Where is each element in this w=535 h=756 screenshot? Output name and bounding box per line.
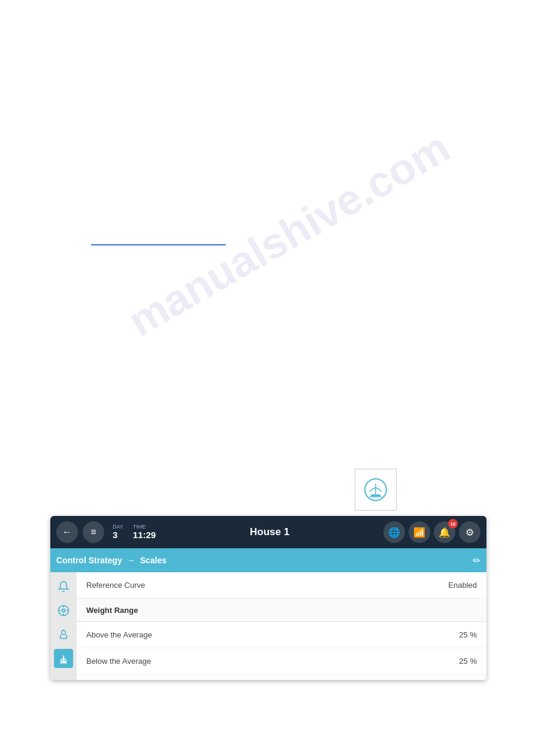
reference-curve-value: Enabled (448, 581, 477, 590)
below-average-row: Below the Average 25 % (77, 648, 486, 675)
below-average-label: Below the Average (86, 657, 459, 666)
blue-underline (91, 244, 226, 245)
sidebar-item-fan[interactable] (54, 601, 73, 620)
svg-rect-11 (62, 661, 66, 663)
house-title: House 1 (156, 526, 383, 538)
time-block: TIME 11:29 (133, 524, 156, 541)
above-average-value: 25 % (459, 630, 477, 639)
day-label: DAY (113, 524, 123, 530)
left-sidebar (50, 572, 77, 680)
scale-icon (364, 478, 388, 502)
above-average-label: Above the Average (86, 630, 459, 639)
wifi-button[interactable]: 📶 (409, 521, 430, 543)
top-bar: ← ≡ DAY 3 TIME 11:29 House 1 🌐 📶 🔔 (50, 516, 486, 548)
above-average-row: Above the Average 25 % (77, 622, 486, 648)
globe-button[interactable]: 🌐 (383, 521, 405, 543)
sidebar-item-scale[interactable] (54, 649, 73, 668)
back-icon: ← (62, 527, 72, 538)
breadcrumb-current: Control Strategy (56, 555, 122, 565)
content-area: Reference Curve Enabled Weight Range Abo… (50, 572, 486, 680)
sidebar-item-chicken[interactable] (54, 625, 73, 644)
day-block: DAY 3 (113, 524, 123, 541)
time-label: TIME (133, 524, 156, 530)
globe-icon: 🌐 (388, 527, 400, 538)
reference-curve-row: Reference Curve Enabled (77, 572, 486, 599)
reference-curve-label: Reference Curve (86, 581, 448, 590)
bell-icon: 🔔 (439, 527, 451, 538)
breadcrumb-bar: Control Strategy → Scales ✏ (50, 548, 486, 572)
weight-range-section: Weight Range (77, 599, 486, 622)
edit-button[interactable]: ✏ (473, 555, 480, 566)
main-content: Reference Curve Enabled Weight Range Abo… (77, 572, 486, 680)
notification-button[interactable]: 🔔 16 (434, 521, 455, 543)
watermark: manualshive.com (120, 122, 458, 345)
settings-button[interactable]: ⚙ (459, 521, 480, 543)
settings-icon: ⚙ (466, 527, 474, 538)
day-value: 3 (113, 530, 123, 541)
breadcrumb-next: Scales (140, 555, 167, 565)
scale-icon-box (355, 469, 397, 511)
sidebar-item-alarm[interactable] (54, 577, 73, 596)
device-ui: ← ≡ DAY 3 TIME 11:29 House 1 🌐 📶 🔔 (50, 516, 486, 680)
time-value: 11:29 (133, 530, 156, 541)
menu-button[interactable]: ≡ (83, 521, 104, 543)
back-button[interactable]: ← (56, 521, 78, 543)
svg-rect-2 (371, 494, 380, 496)
top-bar-left: ← ≡ DAY 3 TIME 11:29 (56, 521, 156, 543)
top-bar-right: 🌐 📶 🔔 16 ⚙ (383, 521, 480, 543)
svg-point-9 (62, 630, 66, 634)
wifi-icon: 📶 (413, 527, 425, 538)
below-average-value: 25 % (459, 657, 477, 666)
breadcrumb-arrow: → (127, 555, 135, 565)
menu-icon: ≡ (90, 527, 96, 538)
notification-badge: 16 (448, 519, 458, 529)
weight-range-title: Weight Range (86, 606, 138, 615)
